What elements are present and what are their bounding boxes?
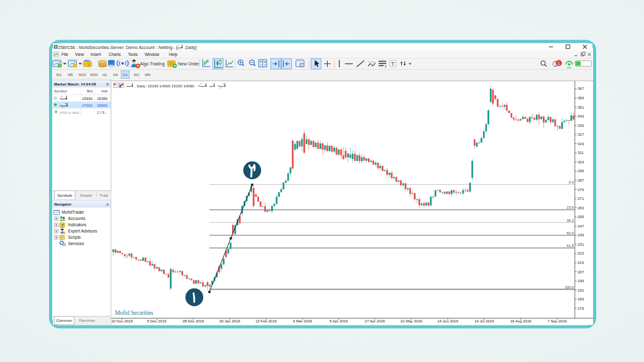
svg-text:Charts: Charts xyxy=(109,52,121,57)
svg-text:15330: 15330 xyxy=(82,97,92,101)
svg-text:5 Apr 2016: 5 Apr 2016 xyxy=(330,319,348,323)
svg-text:38.2: 38.2 xyxy=(567,219,574,222)
svg-text:343: 343 xyxy=(578,114,585,118)
svg-text:247: 247 xyxy=(578,224,585,228)
svg-text:Bid: Bid xyxy=(87,89,92,93)
svg-text:27 Apr 2016: 27 Apr 2016 xyxy=(365,319,386,323)
svg-text:231: 231 xyxy=(578,243,585,246)
svg-text:Help: Help xyxy=(169,52,178,57)
svg-text:199: 199 xyxy=(578,279,585,283)
svg-text:Market Watch: 14:04:58: Market Watch: 14:04:58 xyxy=(54,82,96,86)
svg-text:61.8: 61.8 xyxy=(567,244,574,248)
svg-text:183: 183 xyxy=(578,297,585,301)
svg-text:M1: M1 xyxy=(57,73,62,77)
svg-text:F: F xyxy=(385,65,387,69)
svg-text:View: View xyxy=(75,52,84,57)
svg-text:359: 359 xyxy=(578,96,585,100)
svg-text:28 Dec 2015: 28 Dec 2015 xyxy=(182,319,204,323)
svg-text:LVL: LVL xyxy=(567,66,572,69)
svg-text:23.6: 23.6 xyxy=(567,206,574,209)
svg-text:File: File xyxy=(62,52,69,57)
svg-text:319: 319 xyxy=(578,142,585,146)
svg-text:239: 239 xyxy=(578,233,585,237)
svg-text:Services: Services xyxy=(68,241,84,246)
svg-text:191: 191 xyxy=(578,288,585,292)
svg-text:Symbols: Symbols xyxy=(57,193,72,197)
svg-text:0.0: 0.0 xyxy=(569,180,574,184)
svg-text:Tradi: Tradi xyxy=(99,193,108,197)
svg-text:14 Jul 2016: 14 Jul 2016 xyxy=(474,319,494,323)
svg-text:21 May 2016: 21 May 2016 xyxy=(401,319,423,323)
svg-text:$: $ xyxy=(88,63,90,67)
svg-text:28800: 28800 xyxy=(97,104,108,107)
svg-text:175: 175 xyxy=(578,307,585,310)
svg-text:2 / 9...: 2 / 9... xyxy=(97,111,108,114)
svg-text:, Daily: 15330 14000 15330 14: , Daily: 15330 14000 15330 14060 xyxy=(135,84,194,88)
svg-text:Algo Trading: Algo Trading xyxy=(140,62,165,67)
svg-text:7 Sep 2016: 7 Sep 2016 xyxy=(548,319,567,323)
svg-text:1: 1 xyxy=(558,61,560,65)
svg-text:100.0: 100.0 xyxy=(565,285,574,289)
svg-text:W1: W1 xyxy=(134,73,140,77)
svg-text:T: T xyxy=(391,61,394,67)
svg-text:Window: Window xyxy=(145,52,160,57)
svg-text:223: 223 xyxy=(578,251,585,255)
svg-text:Details: Details xyxy=(80,193,92,197)
svg-text:Tools: Tools xyxy=(128,52,138,57)
svg-text:H4: H4 xyxy=(113,73,118,77)
svg-text:27000: 27000 xyxy=(82,104,92,107)
svg-text:6 Mar 2016: 6 Mar 2016 xyxy=(293,319,313,323)
svg-text:New Order: New Order xyxy=(178,62,200,66)
svg-text:Common: Common xyxy=(56,318,72,322)
svg-text:16 Aug 2016: 16 Aug 2016 xyxy=(510,319,531,323)
svg-text:Ask: Ask xyxy=(101,89,108,93)
svg-text:M15: M15 xyxy=(79,73,86,77)
svg-text:Favorites: Favorites xyxy=(79,318,95,322)
svg-text:MN: MN xyxy=(145,73,150,77)
svg-text:Indicators: Indicators xyxy=(68,222,87,227)
svg-text:5 Dec 2015: 5 Dec 2015 xyxy=(147,319,167,323)
svg-text:351: 351 xyxy=(578,106,585,109)
svg-text:Accounts: Accounts xyxy=(68,216,86,221)
svg-text:click to add...: click to add... xyxy=(60,111,82,114)
svg-text:255: 255 xyxy=(578,215,585,219)
svg-text:50.0: 50.0 xyxy=(567,231,574,235)
svg-text:D1: D1 xyxy=(123,73,128,77)
svg-text:2589156 - MofidSecurities-Serv: 2589156 - MofidSecurities-Server: Demo A… xyxy=(58,45,177,50)
svg-text:Symbol: Symbol xyxy=(54,89,67,93)
svg-text:311: 311 xyxy=(578,151,584,155)
svg-text:263: 263 xyxy=(578,206,585,210)
svg-text:Expert Advisors: Expert Advisors xyxy=(68,229,97,234)
svg-text:M30: M30 xyxy=(91,73,98,77)
svg-text:271: 271 xyxy=(578,197,585,200)
svg-text:H1: H1 xyxy=(103,73,108,77)
svg-text:Mofid Securities: Mofid Securities xyxy=(115,309,153,316)
svg-text:335: 335 xyxy=(578,124,585,128)
svg-text:295: 295 xyxy=(578,169,585,173)
svg-text:207: 207 xyxy=(578,270,585,274)
svg-text:10 Nov 2015: 10 Nov 2015 xyxy=(111,319,133,323)
svg-text:327: 327 xyxy=(578,133,585,136)
svg-text:13 Feb 2016: 13 Feb 2016 xyxy=(255,319,277,323)
svg-text:M5: M5 xyxy=(68,73,74,77)
svg-text:MofidTrader: MofidTrader xyxy=(62,210,85,214)
svg-text:20 Jan 2016: 20 Jan 2016 xyxy=(219,319,241,323)
svg-text:14 Jun 2016: 14 Jun 2016 xyxy=(437,319,458,323)
svg-text:,Daily]: ,Daily] xyxy=(184,45,197,50)
svg-text:279: 279 xyxy=(578,188,585,192)
svg-text:367: 367 xyxy=(578,87,585,90)
svg-text:Navigator: Navigator xyxy=(54,202,72,206)
svg-text:303: 303 xyxy=(578,160,585,164)
svg-text:Insert: Insert xyxy=(91,52,101,57)
svg-text:215: 215 xyxy=(578,261,585,265)
svg-text:287: 287 xyxy=(578,178,585,182)
svg-text:Scripts: Scripts xyxy=(68,235,81,240)
svg-text:15350: 15350 xyxy=(97,97,108,101)
